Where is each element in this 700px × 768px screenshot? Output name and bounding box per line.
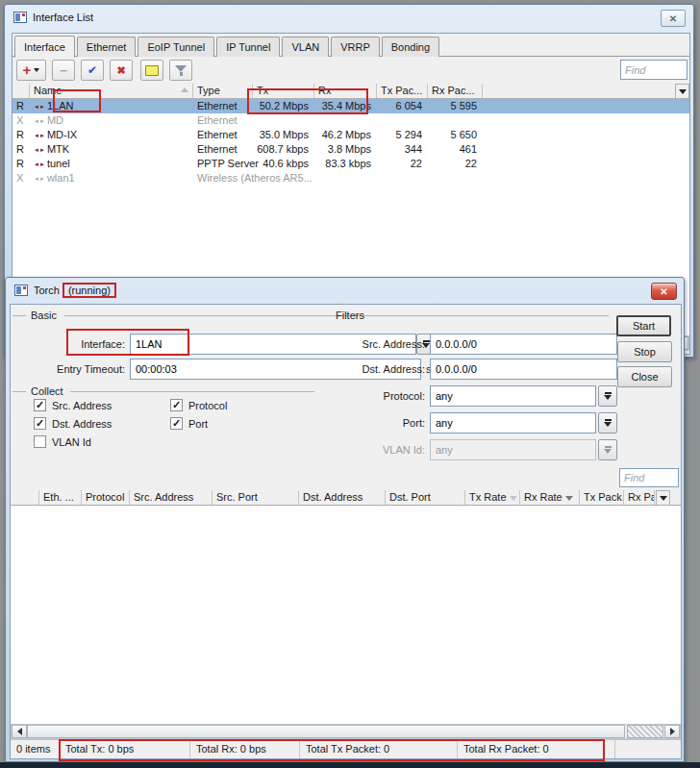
entry-timeout-label: Entry Timeout: (31, 363, 125, 375)
interface-list-title: Interface List (33, 12, 93, 23)
column-rx-pa[interactable]: Rx Pa (624, 490, 655, 505)
chevron-down-icon (660, 496, 667, 501)
interface-table-header[interactable]: Name Type Tx Rx Tx Pac... Rx Pac... (12, 84, 689, 99)
dst-address-field[interactable] (430, 359, 617, 380)
tab-interface[interactable]: Interface (14, 36, 75, 58)
column-dst-address[interactable]: Dst. Address (299, 490, 386, 505)
enable-icon: ✔ (88, 63, 97, 77)
vlan-id-dropdown-button (598, 439, 617, 460)
close-icon[interactable]: ✕ (651, 283, 677, 300)
column-flag[interactable] (12, 84, 30, 98)
interface-tabstrip: InterfaceEthernetEoIP TunnelIP TunnelVLA… (12, 34, 689, 57)
chevron-down-icon (679, 89, 687, 94)
column-src-port[interactable]: Src. Port (212, 490, 299, 505)
port-field[interactable] (430, 412, 596, 434)
column-type[interactable]: Type (193, 84, 253, 98)
items-count: 0 items (11, 740, 60, 758)
collect-vlan-id-checkbox[interactable] (34, 435, 46, 448)
interface-icon: ◄► (34, 133, 45, 138)
collect-group-label: Collect (31, 385, 63, 397)
interface-icon: ◄► (34, 118, 45, 124)
protocol-dropdown-button[interactable] (598, 385, 617, 407)
torch-table-header[interactable]: Eth. ... Protocol Src. Address Src. Port… (11, 490, 681, 506)
protocol-field[interactable] (430, 385, 596, 407)
tab-bonding[interactable]: Bonding (382, 37, 439, 57)
collect-src-address-checkbox[interactable]: ✓ (34, 399, 46, 411)
group-line (12, 315, 26, 316)
column-eth[interactable]: Eth. ... (39, 490, 82, 505)
interface-icon: ◄► (34, 147, 45, 153)
start-button[interactable]: Start (616, 315, 671, 336)
torch-title: Torch (34, 285, 60, 296)
column-tx-pack[interactable]: Tx Pack... (580, 490, 624, 505)
total-tx: Total Tx: 0 bps (60, 740, 190, 758)
scroll-left-icon[interactable] (12, 725, 27, 738)
interface-label: Interface: (48, 338, 125, 350)
add-interface-button[interactable]: + (16, 60, 46, 81)
disable-interface-button[interactable]: ✖ (110, 60, 133, 81)
tab-vrrp[interactable]: VRRP (331, 37, 380, 57)
column-dst-port[interactable]: Dst. Port (386, 490, 465, 505)
collect-vlan-id-label: VLAN Id (52, 436, 91, 448)
table-row[interactable]: R ◄►1LAN Ethernet 50.2 Mbps 35.4 Mbps 6 … (12, 99, 689, 113)
torch-statusbar: 0 items Total Tx: 0 bps Total Rx: 0 bps … (11, 739, 681, 758)
filter-button[interactable] (169, 60, 192, 81)
column-tx-rate[interactable]: Tx Rate (465, 490, 520, 505)
window-icon (13, 12, 27, 23)
group-line (70, 391, 314, 392)
collect-port-checkbox[interactable]: ✓ (170, 417, 183, 430)
column-rx[interactable]: Rx (314, 84, 377, 98)
column-src-address[interactable]: Src. Address (130, 490, 212, 505)
column-tx[interactable]: Tx (253, 84, 314, 98)
collect-dst-address-checkbox[interactable]: ✓ (34, 417, 46, 430)
disable-icon: ✖ (116, 64, 125, 77)
torch-titlebar[interactable]: Torch (running) (6, 278, 684, 303)
column-select-dropdown[interactable] (675, 84, 689, 99)
tab-eoip-tunnel[interactable]: EoIP Tunnel (138, 37, 214, 57)
scroll-right-icon[interactable] (664, 725, 680, 738)
src-address-field[interactable] (430, 334, 617, 355)
column-protocol[interactable]: Protocol (82, 490, 130, 505)
protocol-label: Protocol: (329, 390, 425, 402)
torch-panel: Basic Interface: Entry Timeout: s Filter… (10, 304, 682, 759)
torch-hscrollbar[interactable] (11, 724, 681, 739)
torch-find-input[interactable] (619, 468, 679, 487)
collect-dst-address-label: Dst. Address (52, 418, 112, 430)
scroll-hatch-grip[interactable] (627, 725, 663, 738)
table-row[interactable]: X ◄►MD Ethernet (12, 113, 689, 128)
tab-ethernet[interactable]: Ethernet (77, 37, 137, 57)
close-icon[interactable]: ✕ (661, 10, 686, 27)
tab-ip-tunnel[interactable]: IP Tunnel (216, 37, 280, 57)
table-row[interactable]: R ◄►MD-IX Ethernet 35.0 Mbps 46.2 Mbps 5… (12, 128, 689, 142)
interface-find-input[interactable] (620, 60, 688, 80)
group-line (366, 315, 609, 316)
column-rx-pac[interactable]: Rx Pac... (428, 84, 483, 98)
scroll-thumb[interactable] (27, 725, 625, 738)
sort-icon (565, 496, 573, 501)
torch-running-status: (running) (62, 283, 116, 298)
column-name[interactable]: Name (30, 84, 193, 98)
table-row[interactable]: R ◄►tunel PPTP Server 40.6 kbps 83.3 kbp… (12, 157, 689, 171)
remove-interface-button[interactable]: − (52, 60, 75, 81)
dst-address-label: Dst. Address: (329, 363, 425, 375)
comment-button[interactable] (140, 60, 163, 81)
stop-button[interactable]: Stop (617, 341, 672, 362)
column-select-dropdown[interactable] (656, 490, 670, 506)
port-dropdown-button[interactable] (598, 412, 617, 434)
collect-port-label: Port (188, 418, 208, 430)
torch-window: Torch (running) ✕ Basic Interface: Entry… (5, 277, 685, 762)
interface-list-titlebar[interactable]: Interface List (5, 5, 693, 30)
table-row[interactable]: X ◄►wlan1 Wireless (Atheros AR5... (12, 171, 689, 186)
basic-group-label: Basic (31, 310, 57, 321)
column-tx-pac[interactable]: Tx Pac... (377, 84, 428, 98)
column-blank[interactable] (11, 490, 39, 505)
column-rx-rate[interactable]: Rx Rate (520, 490, 580, 505)
interface-icon: ◄► (34, 161, 45, 167)
table-row[interactable]: R ◄►MTK Ethernet 608.7 kbps 3.8 Mbps 344… (12, 142, 689, 157)
tab-vlan[interactable]: VLAN (282, 37, 329, 57)
filter-icon (175, 65, 187, 76)
close-button[interactable]: Close (617, 366, 672, 387)
collect-protocol-checkbox[interactable]: ✓ (170, 399, 183, 411)
enable-interface-button[interactable]: ✔ (81, 60, 104, 81)
interface-icon: ◄► (34, 176, 45, 182)
